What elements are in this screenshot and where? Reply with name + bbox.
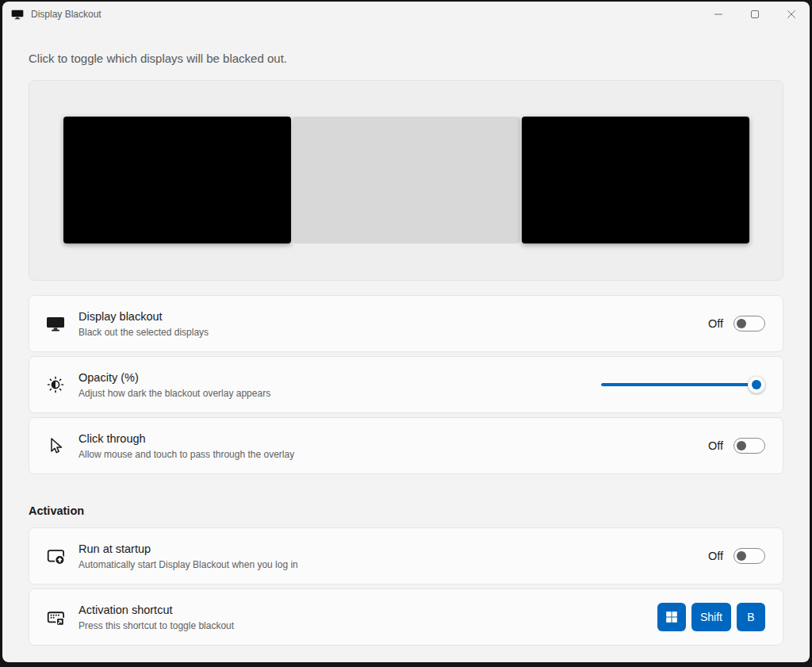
slider-thumb[interactable]: [748, 376, 765, 393]
app-monitor-icon: [11, 8, 24, 21]
slider-track: [601, 383, 756, 386]
title-bar: Display Blackout: [2, 2, 810, 27]
setting-subtitle: Automatically start Display Blackout whe…: [79, 559, 708, 571]
activation-section-header: Activation: [29, 503, 783, 519]
window-title: Display Blackout: [31, 9, 102, 20]
card-opacity: Opacity (%) Adjust how dark the blackout…: [29, 356, 783, 413]
brightness-icon: [45, 374, 66, 395]
setting-subtitle: Black out the selected displays: [79, 327, 708, 339]
toggle-state-label: Off: [708, 317, 723, 330]
run-at-startup-icon: [45, 546, 66, 566]
cursor-icon: [45, 435, 66, 456]
card-display-blackout: Display blackout Black out the selected …: [29, 295, 783, 352]
opacity-slider[interactable]: [601, 375, 765, 394]
toggle-state-label: Off: [708, 550, 723, 562]
monitor-preview-2[interactable]: [293, 117, 520, 243]
toggle-knob: [737, 551, 746, 561]
key-win[interactable]: [657, 603, 686, 631]
setting-title: Display blackout: [79, 309, 708, 324]
minimize-button[interactable]: [700, 2, 737, 27]
setting-subtitle: Press this shortcut to toggle blackout: [79, 620, 657, 632]
windows-logo-icon: [665, 611, 678, 623]
setting-title: Activation shortcut: [79, 603, 657, 618]
monitor-preview-1[interactable]: [63, 117, 291, 243]
toggle-knob: [737, 441, 746, 450]
monitor-icon: [45, 313, 66, 334]
toggle-knob: [737, 319, 746, 328]
setting-subtitle: Adjust how dark the blackout overlay app…: [79, 388, 601, 400]
setting-title: Opacity (%): [79, 370, 601, 385]
close-button[interactable]: [773, 2, 810, 27]
shortcut-keys: Shift B: [657, 603, 765, 631]
key-shift[interactable]: Shift: [691, 603, 731, 631]
slider-fill: [601, 383, 756, 386]
monitor-row: [29, 117, 783, 243]
setting-title: Click through: [79, 431, 708, 447]
display-preview-panel: [29, 80, 783, 281]
monitor-preview-3[interactable]: [522, 117, 749, 243]
key-b[interactable]: B: [737, 603, 765, 631]
setting-title: Run at startup: [79, 542, 708, 557]
run-at-startup-toggle[interactable]: [733, 548, 765, 564]
maximize-button[interactable]: [737, 2, 773, 27]
click-through-toggle[interactable]: [733, 438, 765, 454]
instruction-text: Click to toggle which displays will be b…: [29, 52, 783, 66]
setting-subtitle: Allow mouse and touch to pass through th…: [79, 449, 708, 461]
card-click-through: Click through Allow mouse and touch to p…: [29, 417, 783, 474]
app-window: Display Blackout Click to toggle which d…: [2, 2, 810, 662]
card-activation-shortcut: Activation shortcut Press this shortcut …: [29, 588, 783, 646]
keyboard-shortcut-icon: [45, 607, 66, 627]
toggle-state-label: Off: [708, 439, 723, 452]
card-run-at-startup: Run at startup Automatically start Displ…: [29, 527, 783, 585]
display-blackout-toggle[interactable]: [733, 316, 765, 332]
